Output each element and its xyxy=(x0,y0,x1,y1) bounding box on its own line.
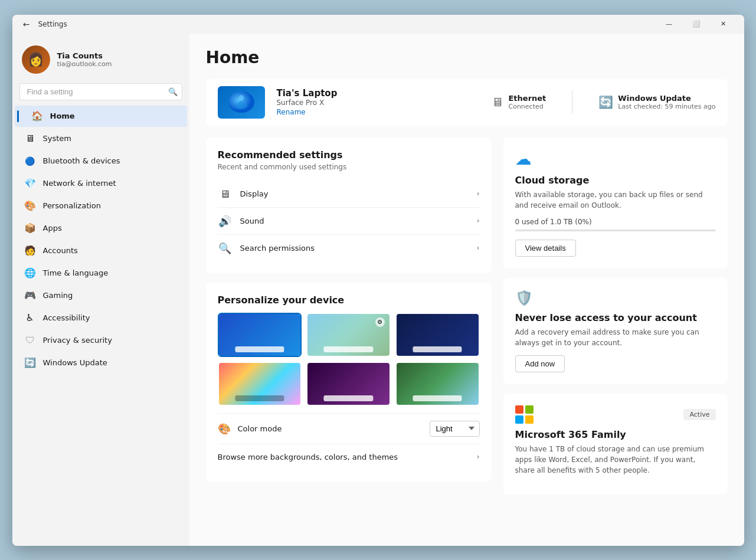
sidebar-item-accessibility[interactable]: ♿ Accessibility xyxy=(15,307,187,329)
apps-icon: 📦 xyxy=(24,222,36,234)
theme-purple[interactable] xyxy=(306,362,391,406)
search-perm-icon: 🔍 xyxy=(218,242,232,254)
divider xyxy=(572,90,572,114)
browse-label: Browse more backgrounds, colors, and the… xyxy=(218,453,477,461)
microsoft365-card: Active Microsoft 365 Family You have 1 T… xyxy=(503,394,728,494)
add-now-button[interactable]: Add now xyxy=(515,355,565,372)
cloud-icon: ☁️ xyxy=(515,149,716,169)
nav-label-accounts: Accounts xyxy=(43,246,78,255)
ethernet-icon: 🖥 xyxy=(492,95,503,109)
ms365-header: Active xyxy=(515,405,716,424)
sidebar-item-time[interactable]: 🌐 Time & language xyxy=(15,263,187,284)
sidebar-item-accounts[interactable]: 🧑 Accounts xyxy=(15,240,187,261)
theme-nature[interactable] xyxy=(395,362,480,406)
sidebar-item-apps[interactable]: 📦 Apps xyxy=(15,218,187,239)
network-icon: 💎 xyxy=(24,178,36,189)
sidebar-item-privacy[interactable]: 🛡 Privacy & security xyxy=(15,330,187,351)
search-perm-chevron: › xyxy=(477,244,480,252)
theme-landscape[interactable]: ⚙ xyxy=(306,313,391,357)
windows-update-icon: 🔄 xyxy=(598,95,613,109)
nav-label-home: Home xyxy=(50,112,75,120)
sidebar-item-bluetooth[interactable]: 🔵 Bluetooth & devices xyxy=(15,150,187,172)
color-mode-row: 🎨 Color mode Light Dark Custom xyxy=(218,413,480,444)
right-column: ☁️ Cloud storage With available storage,… xyxy=(503,137,728,504)
color-mode-icon: 🎨 xyxy=(218,423,231,435)
sidebar-item-home[interactable]: 🏠 Home xyxy=(15,106,187,127)
nav-label-privacy: Privacy & security xyxy=(43,336,112,345)
time-icon: 🌐 xyxy=(24,267,36,279)
bluetooth-icon: 🔵 xyxy=(24,155,36,167)
left-column: Recommended settings Recent and commonly… xyxy=(206,137,492,504)
update-sub: Last checked: 59 minutes ago xyxy=(618,103,715,110)
recommended-card: Recommended settings Recent and commonly… xyxy=(206,137,492,273)
search-perm-label: Search permissions xyxy=(240,244,477,253)
recommended-subtitle: Recent and commonly used settings xyxy=(218,163,480,171)
nav-label-update: Windows Update xyxy=(43,358,107,367)
sidebar-item-gaming[interactable]: 🎮 Gaming xyxy=(15,285,187,306)
sidebar: 👩 Tia Counts tia@outlook.com 🔍 🏠 Home 🖥 … xyxy=(12,34,189,546)
device-rename-link[interactable]: Rename xyxy=(277,108,480,116)
view-details-button[interactable]: View details xyxy=(515,240,576,257)
search-box[interactable]: 🔍 xyxy=(19,83,182,100)
device-info: Tia's Laptop Surface Pro X Rename xyxy=(277,88,480,116)
nav-label-apps: Apps xyxy=(43,224,62,232)
search-input[interactable] xyxy=(19,83,182,100)
back-button[interactable]: ← xyxy=(19,17,34,31)
sidebar-item-personalization[interactable]: 🎨 Personalization xyxy=(15,195,187,217)
minimize-button[interactable]: — xyxy=(656,15,683,34)
page-title: Home xyxy=(206,48,728,67)
search-icon: 🔍 xyxy=(168,87,178,96)
window-controls: — ⬜ ✕ xyxy=(656,15,737,34)
home-icon: 🏠 xyxy=(31,110,43,122)
display-setting-row[interactable]: 🖥 Display › xyxy=(218,181,480,208)
close-button[interactable]: ✕ xyxy=(710,15,737,34)
active-indicator xyxy=(17,110,19,122)
device-name: Tia's Laptop xyxy=(277,88,480,99)
display-chevron: › xyxy=(477,189,480,198)
browse-themes-row[interactable]: Browse more backgrounds, colors, and the… xyxy=(218,444,480,470)
active-badge: Active xyxy=(683,409,715,420)
device-image xyxy=(224,89,259,116)
account-security-desc: Add a recovery email address to make sur… xyxy=(515,327,716,348)
privacy-icon: 🛡 xyxy=(24,335,36,346)
theme-dark-blue[interactable] xyxy=(395,313,480,357)
nav-label-gaming: Gaming xyxy=(43,291,73,300)
search-perm-row[interactable]: 🔍 Search permissions › xyxy=(218,235,480,261)
theme-grid: ⚙ xyxy=(218,313,480,406)
theme-colorful[interactable] xyxy=(218,362,302,406)
recommended-title: Recommended settings xyxy=(218,149,480,161)
storage-text: 0 used of 1.0 TB (0%) xyxy=(515,218,716,226)
settings-window: ← Settings — ⬜ ✕ 👩 Tia Counts tia@outloo… xyxy=(12,15,744,546)
display-icon: 🖥 xyxy=(218,188,232,200)
content-area: Home xyxy=(189,34,744,546)
nav-label-system: System xyxy=(43,134,71,143)
personalization-icon: 🎨 xyxy=(24,200,36,212)
update-label: Windows Update xyxy=(618,94,715,103)
nav-label-accessibility: Accessibility xyxy=(43,313,90,322)
sound-icon: 🔊 xyxy=(218,215,232,227)
color-mode-select[interactable]: Light Dark Custom xyxy=(430,421,480,437)
sound-setting-row[interactable]: 🔊 Sound › xyxy=(218,208,480,235)
sidebar-item-update[interactable]: 🔄 Windows Update xyxy=(15,352,187,374)
windows-update-status: 🔄 Windows Update Last checked: 59 minute… xyxy=(598,90,715,114)
color-mode-label: Color mode xyxy=(238,424,430,433)
ethernet-status: 🖥 Ethernet Connected xyxy=(492,90,546,114)
nav-label-personalization: Personalization xyxy=(43,201,102,210)
nav-label-bluetooth: Bluetooth & devices xyxy=(43,156,120,165)
sidebar-item-network[interactable]: 💎 Network & internet xyxy=(15,173,187,194)
cloud-desc: With available storage, you can back up … xyxy=(515,189,716,211)
sidebar-item-system[interactable]: 🖥 System xyxy=(15,128,187,149)
sound-label: Sound xyxy=(240,217,477,225)
ms365-desc: You have 1 TB of cloud storage and can u… xyxy=(515,444,716,476)
user-info: Tia Counts tia@outlook.com xyxy=(57,51,112,68)
user-profile[interactable]: 👩 Tia Counts tia@outlook.com xyxy=(12,38,189,83)
browse-chevron: › xyxy=(477,453,480,461)
avatar: 👩 xyxy=(22,45,50,74)
theme-blue[interactable] xyxy=(218,313,302,357)
system-icon: 🖥 xyxy=(24,133,36,145)
maximize-button[interactable]: ⬜ xyxy=(683,15,710,34)
ethernet-label: Ethernet xyxy=(508,94,546,103)
ms365-title: Microsoft 365 Family xyxy=(515,429,716,440)
title-bar: ← Settings — ⬜ ✕ xyxy=(12,15,744,34)
two-column-layout: Recommended settings Recent and commonly… xyxy=(206,137,728,504)
